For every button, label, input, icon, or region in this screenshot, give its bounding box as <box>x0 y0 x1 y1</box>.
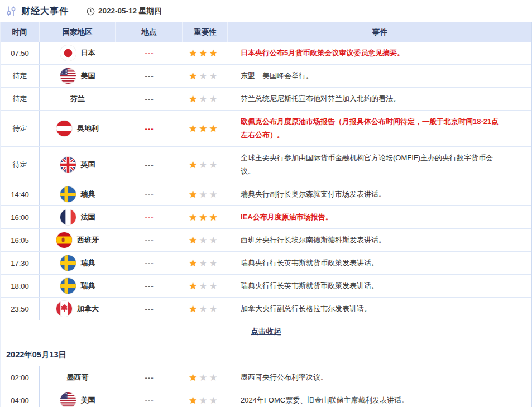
star-empty-icon: ★ <box>209 94 218 104</box>
star-empty-icon: ★ <box>199 94 207 104</box>
star-filled-icon: ★ <box>189 49 197 58</box>
star-empty-icon: ★ <box>209 160 218 170</box>
star-empty-icon: ★ <box>199 160 207 170</box>
event-row: 18:00瑞典---★★★瑞典央行行长英韦斯就货币政策发表讲话。 <box>1 275 531 298</box>
country-cell: 英国 <box>40 147 116 183</box>
flag-at-icon <box>56 121 72 136</box>
importance-cell: ★★★ <box>183 389 228 407</box>
event-row: 16:05西班牙---★★★西班牙央行行长埃尔南德斯德科斯发表讲话。 <box>1 229 531 252</box>
country-name: 美国 <box>81 71 95 81</box>
importance-cell: ★★★ <box>183 229 228 251</box>
star-filled-icon: ★ <box>189 258 197 268</box>
star-empty-icon: ★ <box>199 258 207 268</box>
country-cell: 加拿大 <box>40 298 116 320</box>
event-row: 待定奥地利---★★★欧佩克公布月度原油市场报告（月报具体公布时间待定，一般于北… <box>1 111 531 147</box>
page-title: 财经大事件 <box>21 6 69 17</box>
flag-us-icon <box>60 392 76 407</box>
country-name: 法国 <box>81 212 95 222</box>
country-name: 美国 <box>81 395 95 405</box>
flag-se-icon <box>60 186 76 202</box>
time-cell: 待定 <box>1 147 40 183</box>
column-header-location: 地点 <box>116 22 183 42</box>
events-table: 时间 国家地区 地点 重要性 事件 07:50日本---★★★日本央行公布5月货… <box>0 22 532 407</box>
country-name: 瑞典 <box>81 189 95 199</box>
country-cell: 芬兰 <box>40 88 116 110</box>
event-cell: 2024年FOMC票委、旧金山联储主席戴利发表讲话。 <box>228 389 531 407</box>
importance-cell: ★★★ <box>183 147 228 183</box>
star-filled-icon: ★ <box>199 124 207 133</box>
event-cell: 西班牙央行行长埃尔南德斯德科斯发表讲话。 <box>228 229 531 251</box>
event-cell: 东盟—美国峰会举行。 <box>228 65 531 87</box>
star-filled-icon: ★ <box>209 124 218 133</box>
time-cell: 16:05 <box>1 229 40 251</box>
location-cell: --- <box>116 147 183 183</box>
time-cell: 23:50 <box>1 298 40 320</box>
flag-fr-icon <box>60 209 76 225</box>
importance-cell: ★★★ <box>183 88 228 110</box>
star-filled-icon: ★ <box>209 213 218 222</box>
event-row: 14:40瑞典---★★★瑞典央行副行长奥尔森就支付市场发表讲话。 <box>1 183 531 206</box>
table-header-row: 时间 国家地区 地点 重要性 事件 <box>1 22 531 42</box>
event-row: 17:30瑞典---★★★瑞典央行行长英韦斯就货币政策发表讲话。 <box>1 252 531 275</box>
star-empty-icon: ★ <box>209 304 218 314</box>
star-filled-icon: ★ <box>189 304 197 314</box>
star-filled-icon: ★ <box>189 396 197 405</box>
star-empty-icon: ★ <box>209 396 218 405</box>
column-header-country: 国家地区 <box>40 22 116 42</box>
event-row: 待定美国---★★★东盟—美国峰会举行。 <box>1 65 531 88</box>
flag-ca-icon <box>56 301 72 317</box>
star-empty-icon: ★ <box>199 396 207 405</box>
star-empty-icon: ★ <box>209 190 218 199</box>
column-header-event: 事件 <box>228 22 531 42</box>
star-empty-icon: ★ <box>199 190 207 199</box>
location-cell: --- <box>116 183 183 205</box>
star-empty-icon: ★ <box>199 281 207 291</box>
star-empty-icon: ★ <box>209 236 218 245</box>
event-cell: 瑞典央行副行长奥尔森就支付市场发表讲话。 <box>228 183 531 205</box>
importance-cell: ★★★ <box>183 42 228 64</box>
star-empty-icon: ★ <box>209 281 218 291</box>
column-header-importance: 重要性 <box>183 22 228 42</box>
star-empty-icon: ★ <box>199 373 207 382</box>
star-filled-icon: ★ <box>189 236 197 245</box>
importance-cell: ★★★ <box>183 206 228 228</box>
event-cell: 瑞典央行行长英韦斯就货币政策发表讲话。 <box>228 252 531 274</box>
country-cell: 奥地利 <box>40 111 116 146</box>
country-name: 英国 <box>81 160 95 170</box>
importance-cell: ★★★ <box>183 275 228 297</box>
time-cell: 待定 <box>1 88 40 110</box>
location-cell: --- <box>116 298 183 320</box>
country-cell: 法国 <box>40 206 116 228</box>
importance-cell: ★★★ <box>183 298 228 320</box>
location-cell: --- <box>116 206 183 228</box>
star-filled-icon: ★ <box>189 124 197 133</box>
time-cell: 待定 <box>1 111 40 146</box>
star-empty-icon: ★ <box>209 373 218 382</box>
country-name: 奥地利 <box>77 123 99 133</box>
location-cell: --- <box>116 65 183 87</box>
location-cell: --- <box>116 88 183 110</box>
event-row: 02:00墨西哥---★★★墨西哥央行公布利率决议。 <box>1 366 531 389</box>
time-cell: 14:40 <box>1 183 40 205</box>
date-section-header: 2022年05月13日 <box>1 343 531 366</box>
importance-cell: ★★★ <box>183 252 228 274</box>
event-cell: 芬兰总统尼尼斯托宣布他对芬兰加入北约的看法。 <box>228 88 531 110</box>
event-row: 04:00美国---★★★2024年FOMC票委、旧金山联储主席戴利发表讲话。 <box>1 389 531 407</box>
country-cell: 美国 <box>40 65 116 87</box>
event-rows-day1: 07:50日本---★★★日本央行公布5月货币政策会议审议委员意见摘要。待定美国… <box>1 42 531 320</box>
time-cell: 16:00 <box>1 206 40 228</box>
collapse-link[interactable]: 点击收起 <box>251 327 281 337</box>
star-filled-icon: ★ <box>199 213 207 222</box>
time-cell: 待定 <box>1 65 40 87</box>
collapse-row: 点击收起 <box>1 320 531 343</box>
event-cell: IEA公布月度原油市场报告。 <box>228 206 531 228</box>
country-name: 西班牙 <box>77 235 99 245</box>
importance-cell: ★★★ <box>183 183 228 205</box>
event-row: 23:50加拿大---★★★加拿大央行副总行长格拉韦尔发表讲话。 <box>1 298 531 320</box>
time-cell: 04:00 <box>1 389 40 407</box>
star-filled-icon: ★ <box>189 94 197 104</box>
event-cell: 欧佩克公布月度原油市场报告（月报具体公布时间待定，一般于北京时间18-21点左右… <box>228 111 531 146</box>
event-cell: 加拿大央行副总行长格拉韦尔发表讲话。 <box>228 298 531 320</box>
flag-us-icon <box>60 68 76 84</box>
location-cell: --- <box>116 252 183 274</box>
